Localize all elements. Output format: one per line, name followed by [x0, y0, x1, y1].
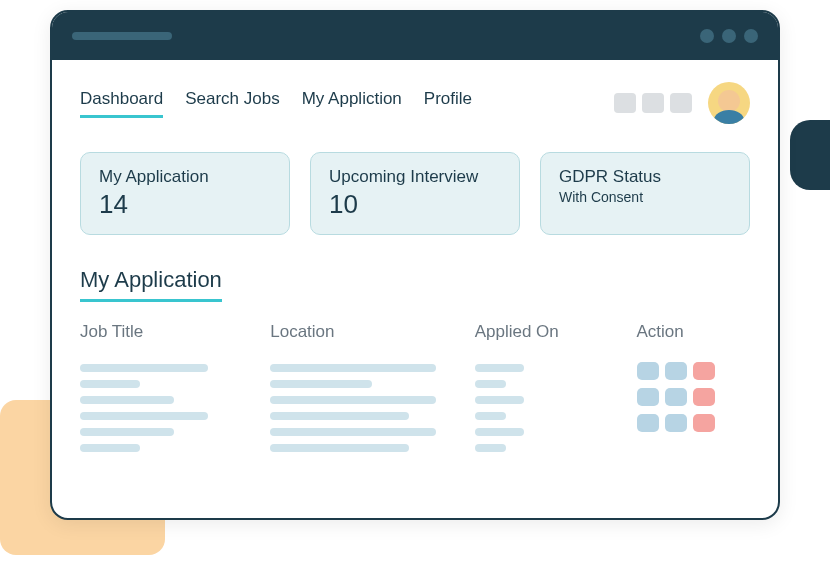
table-cell-actions: [637, 362, 750, 452]
stat-title: My Application: [99, 167, 271, 187]
tab-my-application[interactable]: My Appliction: [302, 89, 402, 118]
tab-search-jobs[interactable]: Search Jobs: [185, 89, 280, 118]
action-button[interactable]: [665, 414, 687, 432]
stat-title: Upcoming Interview: [329, 167, 501, 187]
action-button-delete[interactable]: [693, 362, 715, 380]
action-button[interactable]: [665, 388, 687, 406]
table-cell-placeholder: [475, 364, 617, 452]
applications-table: Job Title Location Applied On Action: [80, 322, 750, 452]
tab-profile[interactable]: Profile: [424, 89, 472, 118]
stat-title: GDPR Status: [559, 167, 731, 187]
header-icons: [614, 93, 692, 113]
column-header-location: Location: [270, 322, 454, 342]
table-cell-placeholder: [80, 364, 250, 452]
action-buttons-row: [637, 414, 750, 432]
titlebar-placeholder: [72, 32, 172, 40]
header: Dashboard Search Jobs My Appliction Prof…: [80, 82, 750, 124]
header-icon-placeholder[interactable]: [670, 93, 692, 113]
table-cell-placeholder: [270, 364, 454, 452]
stat-card-gdpr[interactable]: GDPR Status With Consent: [540, 152, 750, 235]
window-dot-icon[interactable]: [744, 29, 758, 43]
main-tabs: Dashboard Search Jobs My Appliction Prof…: [80, 89, 472, 118]
window-dot-icon[interactable]: [722, 29, 736, 43]
action-button[interactable]: [637, 388, 659, 406]
action-buttons-row: [637, 388, 750, 406]
user-avatar[interactable]: [708, 82, 750, 124]
tab-dashboard[interactable]: Dashboard: [80, 89, 163, 118]
decorative-shape-right: [790, 120, 830, 190]
action-button[interactable]: [665, 362, 687, 380]
stat-value: 14: [99, 189, 271, 220]
header-icon-placeholder[interactable]: [614, 93, 636, 113]
header-icon-placeholder[interactable]: [642, 93, 664, 113]
action-button-delete[interactable]: [693, 414, 715, 432]
app-window: Dashboard Search Jobs My Appliction Prof…: [50, 10, 780, 520]
column-header-applied-on: Applied On: [475, 322, 617, 342]
window-dot-icon[interactable]: [700, 29, 714, 43]
action-buttons-row: [637, 362, 750, 380]
section-title: My Application: [80, 267, 222, 302]
stat-card-applications[interactable]: My Application 14: [80, 152, 290, 235]
action-button[interactable]: [637, 362, 659, 380]
stat-sub: With Consent: [559, 189, 731, 205]
stat-card-interviews[interactable]: Upcoming Interview 10: [310, 152, 520, 235]
column-header-job-title: Job Title: [80, 322, 250, 342]
stats-row: My Application 14 Upcoming Interview 10 …: [80, 152, 750, 235]
titlebar: [52, 12, 778, 60]
action-button[interactable]: [637, 414, 659, 432]
stat-value: 10: [329, 189, 501, 220]
window-controls: [700, 29, 758, 43]
column-header-action: Action: [637, 322, 750, 342]
action-button-delete[interactable]: [693, 388, 715, 406]
